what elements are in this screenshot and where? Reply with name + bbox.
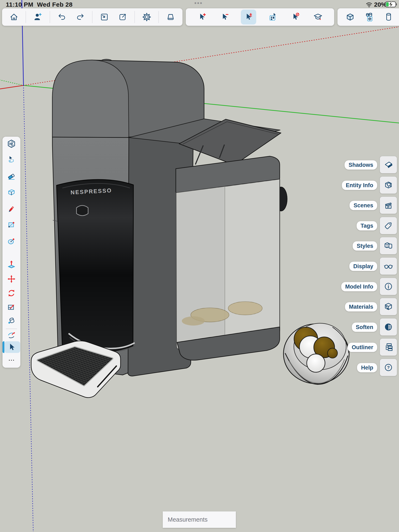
rotate-button[interactable]: [2, 287, 20, 299]
instructor-icon: [313, 12, 323, 22]
panel-button-styles[interactable]: [380, 237, 397, 254]
model-info-icon: [383, 281, 393, 291]
app-logo-button[interactable]: [2, 138, 20, 150]
select-subtract-icon: [220, 12, 229, 22]
capsule-white: [307, 354, 325, 372]
eraser-button[interactable]: [2, 170, 20, 182]
outliner-icon: [383, 342, 393, 352]
panel-label-tags: Tags: [357, 221, 377, 230]
coffee-machine-model: NESPRESSO: [31, 59, 287, 398]
redo-button[interactable]: [74, 10, 87, 25]
status-time: 11:10 PM: [6, 1, 33, 8]
panel-button-help[interactable]: ?: [380, 359, 397, 376]
panel-button-tags[interactable]: [380, 217, 397, 234]
left-toolbar: [2, 137, 20, 368]
more-button[interactable]: [2, 354, 20, 366]
panel-row-shadows: Shadows: [337, 156, 399, 174]
shadows-icon: [383, 160, 393, 170]
home-button[interactable]: [7, 10, 20, 25]
toolbar-divider: [6, 329, 17, 329]
paint-bucket-icon: [7, 316, 16, 325]
toolbar-group-entity-tools: [337, 8, 399, 26]
shape-circle-icon: [7, 236, 16, 246]
wifi-icon: [366, 1, 372, 7]
red-axis: [0, 85, 24, 89]
scenes-icon: [383, 200, 393, 210]
pencil-line-button[interactable]: [2, 203, 20, 215]
move-button[interactable]: [2, 273, 20, 285]
components-button[interactable]: [363, 10, 376, 25]
model-spout: [77, 205, 88, 216]
import-icon: [100, 12, 109, 22]
settings-gear-icon: [142, 12, 152, 22]
export-button[interactable]: [116, 10, 129, 25]
panel-button-entity-info[interactable]: [380, 177, 397, 194]
panel-button-shadows[interactable]: [380, 156, 397, 173]
panel-row-help: Help?: [337, 359, 399, 376]
section-box-button[interactable]: [2, 186, 20, 198]
select-tool-button[interactable]: [2, 341, 20, 353]
panel-button-outliner[interactable]: [380, 339, 397, 356]
model-hood-front: [52, 60, 129, 138]
toolbar-separator: [50, 11, 50, 23]
panel-label-scenes: Scenes: [349, 201, 377, 210]
add-person-icon: [33, 12, 43, 22]
toolbar-group-selection-tools: [186, 8, 334, 26]
undo-button[interactable]: [55, 10, 69, 25]
battery-charging-icon: [385, 1, 398, 7]
instructor-button[interactable]: [311, 10, 325, 25]
materials-icon: [383, 302, 393, 312]
cylinder-button[interactable]: [382, 10, 395, 25]
components-icon: [365, 12, 374, 22]
panel-label-outliner: Outliner: [348, 343, 377, 352]
panel-row-tags: Tags: [337, 217, 399, 234]
push-pull-button[interactable]: [2, 258, 20, 270]
export-icon: [118, 12, 127, 22]
panel-button-model-info[interactable]: [380, 278, 397, 295]
scale-button[interactable]: [2, 301, 20, 313]
section-box-icon: [7, 188, 16, 197]
model-front-panel: [57, 179, 133, 352]
panel-label-styles: Styles: [353, 241, 377, 251]
panel-button-scenes[interactable]: [380, 197, 397, 214]
orbit-tool-icon: [7, 331, 16, 340]
toolbar-separator: [158, 11, 159, 23]
marquee-select-button[interactable]: [266, 10, 279, 25]
panel-row-entity-info: Entity Info: [337, 177, 399, 194]
shape-rectangle-icon: [7, 220, 16, 229]
panel-row-materials: Materials: [337, 298, 399, 316]
keyboard-dock-button[interactable]: [164, 10, 177, 25]
measurements-input[interactable]: Measurements: [163, 511, 236, 528]
select-bounds-icon: [244, 12, 253, 22]
help-icon: ?: [383, 362, 393, 373]
panel-row-display: Display: [337, 258, 399, 275]
panel-label-soften: Soften: [352, 323, 377, 332]
select-subtract-button[interactable]: [218, 10, 231, 25]
home-icon: [9, 12, 19, 22]
panel-button-materials[interactable]: [380, 298, 397, 315]
orbit-tool-button[interactable]: [2, 329, 20, 341]
settings-gear-button[interactable]: [140, 10, 153, 25]
entity-info-icon: [383, 180, 393, 190]
app-logo-icon: [7, 139, 16, 148]
panel-button-soften[interactable]: [380, 318, 397, 336]
paint-bucket-button[interactable]: [2, 315, 20, 327]
tags-icon: [383, 221, 393, 231]
add-person-button[interactable]: [31, 10, 45, 25]
shape-rectangle-button[interactable]: [2, 219, 20, 231]
primitives-box-button[interactable]: [343, 10, 357, 25]
import-button[interactable]: [98, 10, 111, 25]
panel-row-scenes: Scenes: [337, 197, 399, 214]
panel-row-styles: Styles: [337, 237, 399, 255]
panel-button-display[interactable]: [380, 258, 397, 275]
toolbar-group-file-tools: [2, 8, 182, 26]
rotate-icon: [7, 289, 16, 298]
select-add-button[interactable]: [195, 10, 209, 25]
panel-label-display: Display: [349, 262, 377, 271]
deselect-all-button[interactable]: [289, 10, 302, 25]
lasso-select-button[interactable]: [2, 154, 20, 166]
multitasking-handle[interactable]: •••: [194, 0, 203, 7]
shape-circle-button[interactable]: [2, 235, 20, 247]
primitives-box-icon: [345, 12, 355, 22]
select-bounds-button[interactable]: [241, 10, 256, 25]
